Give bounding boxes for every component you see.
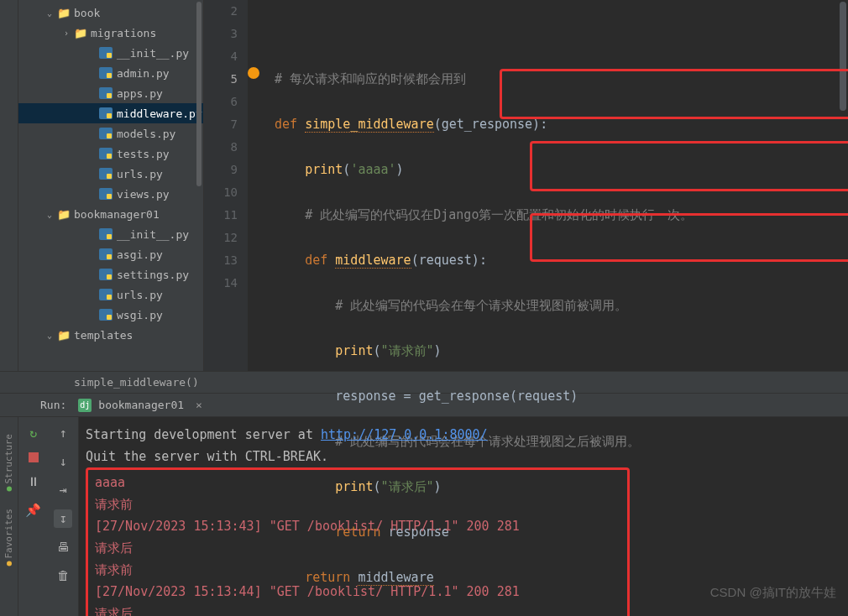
python-file-icon [99, 107, 113, 119]
python-file-icon [99, 67, 113, 79]
python-file-icon [99, 47, 113, 59]
editor-scrollbar[interactable] [840, 2, 846, 111]
side-tool-tabs: Structure Favorites [0, 417, 18, 616]
file-urls.py[interactable]: urls.py [18, 164, 203, 184]
trash-icon[interactable]: 🗑 [54, 566, 72, 585]
folder-icon: 📁 [57, 328, 71, 342]
stop-icon[interactable] [29, 452, 39, 462]
run-label: Run: [40, 399, 66, 411]
chevron-icon[interactable]: ⌄ [47, 210, 57, 219]
scroll-end-icon[interactable]: ↧ [54, 509, 72, 528]
tree-label: urls.py [117, 168, 163, 180]
annotation-box: aaaa请求前[27/Nov/2023 15:13:43] "GET /book… [86, 467, 630, 616]
line-number: 14 [204, 272, 238, 295]
tree-label: apps.py [117, 87, 163, 100]
run-toolbar: ↻ ⏸ 📌 ↑ ↓ ⇥ ↧ 🖶 🗑 [18, 417, 79, 616]
file-asgi.py[interactable]: asgi.py [18, 244, 203, 264]
file-middleware.py[interactable]: middleware.py [18, 103, 203, 123]
print-icon[interactable]: 🖶 [54, 538, 72, 556]
file-models.py[interactable]: models.py [18, 123, 203, 144]
line-number: 11 [204, 204, 238, 227]
file-apps.py[interactable]: apps.py [18, 83, 203, 103]
file-admin.py[interactable]: admin.py [18, 63, 203, 83]
tree-label: settings.py [117, 269, 189, 281]
file-wsgi.py[interactable]: wsgi.py [18, 305, 203, 325]
folder-icon: 📁 [74, 26, 87, 39]
tree-label: __init__.py [117, 47, 189, 60]
tree-label: migrations [91, 27, 156, 39]
python-file-icon [99, 289, 113, 300]
watermark: CSDN @搞IT的放牛娃 [710, 585, 836, 601]
line-number: 3 [204, 23, 238, 45]
console-line: 请求前 [95, 559, 620, 581]
line-number: 9 [204, 159, 238, 181]
folder-migrations[interactable]: ›📁migrations [18, 23, 203, 43]
console-line: 请求后 [95, 537, 620, 559]
line-number: 5 [204, 68, 238, 91]
file-__init__.py[interactable]: __init__.py [18, 224, 203, 244]
run-config-name[interactable]: bookmanager01 [98, 399, 184, 411]
down-icon[interactable]: ↓ [54, 452, 72, 471]
file-urls.py[interactable]: urls.py [18, 285, 203, 305]
rerun-icon[interactable]: ↻ [24, 424, 43, 442]
pin-icon[interactable]: 📌 [24, 501, 43, 519]
python-file-icon [99, 248, 113, 260]
code-area[interactable]: # 每次请求和响应的时候都会用到 def simple_middleware(g… [248, 0, 848, 371]
python-file-icon [99, 87, 113, 99]
structure-tab[interactable]: Structure [3, 434, 14, 492]
console-line: 请求前 [95, 493, 620, 515]
folder-templates[interactable]: ⌄📁templates [18, 325, 203, 345]
tree-label: wsgi.py [117, 309, 163, 321]
tree-label: __init__.py [117, 228, 189, 241]
file-__init__.py[interactable]: __init__.py [18, 43, 203, 63]
django-icon: dj [78, 399, 92, 412]
tree-label: urls.py [117, 289, 163, 301]
tree-label: book [74, 7, 100, 19]
pause-icon[interactable]: ⏸ [24, 472, 43, 491]
server-url-link[interactable]: http://127.0.0.1:8000/ [321, 427, 488, 442]
file-tests.py[interactable]: tests.py [18, 144, 203, 164]
python-file-icon [99, 128, 113, 139]
line-number: 6 [204, 91, 238, 113]
tree-label: views.py [117, 188, 170, 201]
line-number: 10 [204, 181, 238, 204]
python-file-icon [99, 269, 113, 280]
file-settings.py[interactable]: settings.py [18, 264, 203, 285]
line-number: 2 [204, 0, 238, 23]
chevron-icon[interactable]: ⌄ [47, 331, 57, 340]
python-file-icon [99, 188, 113, 200]
chevron-icon[interactable]: ⌄ [47, 8, 57, 18]
favorites-tab[interactable]: Favorites [3, 509, 14, 566]
tree-label: middleware.py [117, 107, 202, 120]
folder-bookmanager01[interactable]: ⌄📁bookmanager01 [18, 204, 203, 224]
python-file-icon [99, 168, 113, 180]
tree-label: admin.py [117, 67, 170, 80]
tree-label: templates [74, 329, 133, 342]
comment: # 每次请求和响应的时候都会用到 [275, 71, 466, 86]
line-number: 13 [204, 249, 238, 272]
tree-label: tests.py [117, 148, 170, 160]
line-number: 4 [204, 45, 238, 68]
project-tree[interactable]: ⌄📁book›📁migrations__init__.pyadmin.pyapp… [18, 0, 204, 371]
chevron-icon[interactable]: › [64, 29, 74, 38]
console-line: aaaa [95, 472, 620, 493]
folder-book[interactable]: ⌄📁book [18, 3, 203, 23]
code-editor[interactable]: 234567891011121314 # 每次请求和响应的时候都会用到 def … [204, 0, 848, 371]
up-icon[interactable]: ↑ [54, 424, 72, 442]
sidebar-scrollbar[interactable] [196, 0, 202, 371]
tree-label: bookmanager01 [74, 208, 160, 221]
line-gutter: 234567891011121314 [204, 0, 248, 371]
console-line: [27/Nov/2023 15:13:43] "GET /booklist/ H… [95, 515, 620, 537]
line-number: 7 [204, 113, 238, 136]
tree-label: asgi.py [117, 248, 163, 261]
python-file-icon [99, 309, 113, 321]
close-icon[interactable]: × [196, 399, 202, 411]
wrap-icon[interactable]: ⇥ [54, 481, 72, 499]
line-number: 12 [204, 227, 238, 249]
file-views.py[interactable]: views.py [18, 184, 203, 204]
line-number: 8 [204, 136, 238, 159]
folder-icon: 📁 [57, 6, 71, 19]
left-gutter [0, 0, 18, 371]
console-line: 请求后 [95, 603, 620, 616]
folder-icon: 📁 [57, 207, 71, 221]
